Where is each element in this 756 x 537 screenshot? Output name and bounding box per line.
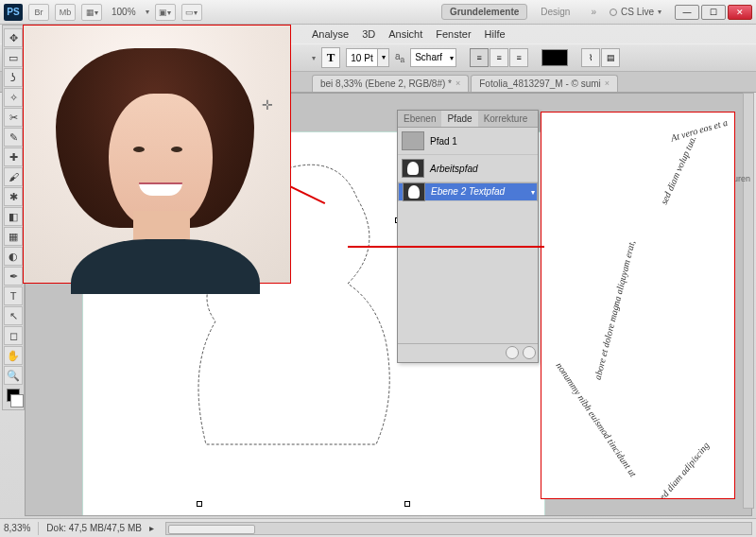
eraser-tool[interactable]: ◧ — [4, 207, 23, 226]
stamp-tool[interactable]: ✱ — [4, 187, 23, 206]
workspace-grundelemente[interactable]: Grundelemente — [441, 4, 527, 20]
lasso-tool[interactable]: ʖ — [4, 68, 23, 87]
minibridge-button[interactable]: Mb — [55, 4, 76, 21]
close-icon[interactable]: × — [605, 78, 610, 89]
stroke-path-icon[interactable] — [523, 346, 536, 359]
hand-tool[interactable]: ✋ — [4, 346, 23, 365]
tools-panel: ✥ ▭ ʖ ✧ ✂ ✎ ✚ 🖌 ✱ ◧ ▦ ◐ ✒ T ↖ ◻ ✋ 🔍 — [2, 25, 25, 410]
char-panel-button[interactable]: ▤ — [601, 48, 620, 67]
marquee-tool[interactable]: ▭ — [4, 48, 23, 67]
type-tool[interactable]: T — [4, 286, 23, 305]
app-logo: PS — [4, 4, 23, 21]
path-thumb-icon — [402, 131, 424, 150]
path-row-selected[interactable]: Ebene 2 Textpfad — [398, 182, 538, 201]
status-bar: 8,33% Dok: 47,5 MB/47,5 MB ▸ — [0, 518, 756, 537]
background-swatch[interactable] — [10, 394, 24, 407]
status-doc-size[interactable]: Dok: 47,5 MB/47,5 MB — [46, 523, 142, 533]
dodge-tool[interactable]: ◐ — [4, 247, 23, 266]
workspace-more[interactable]: » — [583, 5, 604, 19]
status-menu-icon[interactable]: ▸ — [149, 523, 154, 533]
path-label: Arbeitspfad — [430, 164, 478, 174]
annotation-line — [348, 246, 544, 248]
doc-tab-1[interactable]: bei 8,33% (Ebene 2, RGB/8#) *× — [312, 75, 469, 92]
path-label: Pfad 1 — [430, 136, 457, 147]
zoom-tool[interactable]: 🔍 — [4, 366, 23, 385]
pen-tool[interactable]: ✒ — [4, 267, 23, 286]
arrange-button[interactable]: ▣▾ — [155, 4, 176, 21]
menu-fenster[interactable]: Fenster — [436, 28, 471, 40]
heal-tool[interactable]: ✚ — [4, 147, 23, 166]
fill-path-icon[interactable] — [506, 346, 519, 359]
panel-tab-ebenen[interactable]: Ebenen — [398, 111, 441, 127]
path-row[interactable]: Pfad 1 — [398, 128, 538, 155]
panel-tab-pfade[interactable]: Pfade — [441, 111, 477, 127]
font-size-icon: T — [321, 47, 340, 68]
maximize-button[interactable]: ☐ — [701, 5, 726, 20]
screen-mode-button[interactable]: ▭▾ — [181, 4, 202, 21]
menu-ansicht[interactable]: Ansicht — [388, 28, 422, 40]
close-button[interactable]: ✕ — [728, 5, 752, 20]
doc-tab-2[interactable]: Fotolia_4813297_M - © sumi× — [471, 75, 618, 92]
font-size-input[interactable]: ▾ — [346, 48, 389, 67]
align-right-button[interactable]: ≡ — [509, 48, 528, 67]
menu-hilfe[interactable]: Hilfe — [485, 28, 506, 40]
path-row[interactable]: Arbeitspfad — [398, 155, 538, 182]
dock-tab-label[interactable]: uren — [733, 174, 750, 183]
cslive-button[interactable]: CS Live▾ — [610, 7, 662, 17]
menu-analyse[interactable]: Analyse — [312, 28, 349, 40]
minimize-button[interactable]: — — [675, 5, 699, 20]
text-color-swatch[interactable] — [541, 49, 568, 66]
crop-tool[interactable]: ✂ — [4, 108, 23, 127]
sample-cursor-icon: ✛ — [262, 97, 273, 113]
annotation-textpath: At vero eos et a sed diam volup tua. abo… — [541, 112, 735, 499]
path-tool[interactable]: ↖ — [4, 306, 23, 325]
path-label: Ebene 2 Textpfad — [431, 183, 505, 200]
right-dock[interactable] — [743, 93, 754, 509]
shape-tool[interactable]: ◻ — [4, 326, 23, 345]
status-zoom[interactable]: 8,33% — [4, 523, 30, 533]
brush-tool[interactable]: 🖌 — [4, 167, 23, 186]
eyedrop-tool[interactable]: ✎ — [4, 128, 23, 147]
view-mode-button[interactable]: ▦▾ — [81, 4, 102, 21]
wand-tool[interactable]: ✧ — [4, 88, 23, 107]
align-center-button[interactable]: ≡ — [490, 48, 508, 67]
antialias-icon: aa — [395, 51, 404, 64]
warp-text-button[interactable]: ⌇ — [581, 48, 600, 67]
paths-panel: Ebenen Pfade Korrekture Pfad 1 Arbeitspf… — [397, 110, 539, 363]
horizontal-scrollbar[interactable] — [165, 522, 752, 535]
align-left-button[interactable]: ≡ — [470, 48, 489, 67]
bridge-button[interactable]: Br — [28, 4, 49, 21]
annotation-photo: ✛ — [23, 25, 291, 284]
menu-3d[interactable]: 3D — [362, 28, 375, 40]
path-thumb-icon — [402, 159, 424, 178]
path-thumb-icon — [403, 182, 425, 201]
move-tool[interactable]: ✥ — [4, 28, 23, 47]
workspace-design[interactable]: Design — [533, 5, 577, 19]
zoom-level[interactable]: 100% — [108, 7, 140, 17]
close-icon[interactable]: × — [455, 78, 460, 89]
antialias-select[interactable]: Scharf — [410, 48, 456, 67]
gradient-tool[interactable]: ▦ — [4, 227, 23, 246]
panel-tab-korrekturen[interactable]: Korrekture — [478, 111, 534, 127]
